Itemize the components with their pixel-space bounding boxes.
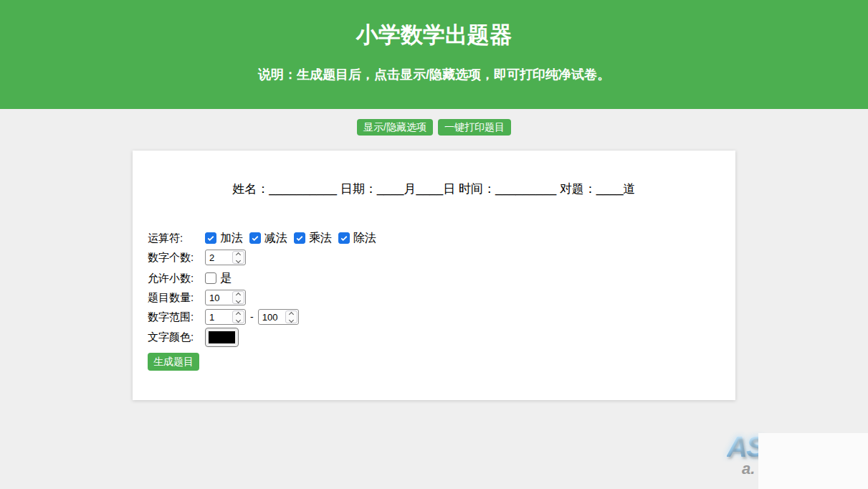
text-color-label: 文字颜色: [148,331,205,344]
spinner-up-icon[interactable] [289,311,294,316]
addition-checkbox[interactable] [205,232,216,244]
spinner-up-icon[interactable] [236,252,241,257]
subtraction-checkbox[interactable] [249,232,261,244]
digit-count-spinner[interactable] [232,251,244,264]
spinner-down-icon[interactable] [236,257,241,262]
subtraction-label: 减法 [264,231,287,246]
allow-decimal-option: 是 [205,271,232,286]
addition-label: 加法 [220,231,243,246]
multiplication-label: 乘法 [309,231,332,246]
check-icon [295,234,304,242]
allow-decimal-checkbox[interactable] [205,272,216,284]
range-min-value: 1 [206,312,232,323]
division-label: 除法 [353,231,376,246]
allow-decimal-label: 允许小数: [148,272,205,285]
question-count-spinner[interactable] [232,291,244,304]
watermark-sub-text: a. [742,460,755,478]
operators-label: 运算符: [148,232,205,245]
range-max-input[interactable]: 100 [258,309,299,325]
exam-header-line: 姓名：__________ 日期：____月____日 时间：_________… [133,151,735,197]
operator-multiplication: 乘法 [294,231,332,246]
multiplication-checkbox[interactable] [294,232,305,244]
spinner-down-icon[interactable] [236,298,241,303]
range-separator: - [250,311,254,323]
spinner-up-icon[interactable] [236,292,241,297]
range-max-value: 100 [259,312,285,323]
question-count-label: 题目数量: [148,291,205,305]
generate-button[interactable]: 生成题目 [148,353,199,371]
page-header: 小学数学出题器 说明：生成题目后，点击显示/隐藏选项，即可打印纯净试卷。 [0,0,868,109]
allow-decimal-row: 允许小数: 是 [148,271,735,285]
digit-count-label: 数字个数: [148,251,205,265]
page-subtitle: 说明：生成题目后，点击显示/隐藏选项，即可打印纯净试卷。 [0,67,868,82]
check-icon [251,234,259,242]
question-count-row: 题目数量: 10 [148,290,735,305]
question-count-input[interactable]: 10 [205,290,246,305]
digit-count-value: 2 [206,252,232,263]
blank-overlay [758,433,868,489]
text-color-row: 文字颜色: [148,328,735,347]
check-icon [340,234,348,242]
toolbar: 显示/隐藏选项 一键打印题目 [0,119,868,136]
generate-row: 生成题目 [148,353,735,371]
question-count-value: 10 [206,293,232,303]
digit-count-row: 数字个数: 2 [148,250,735,265]
operator-division: 除法 [338,231,376,246]
toggle-options-button[interactable]: 显示/隐藏选项 [357,119,433,136]
division-checkbox[interactable] [338,232,350,244]
print-questions-button[interactable]: 一键打印题目 [438,119,511,136]
spinner-up-icon[interactable] [236,311,241,316]
text-color-picker[interactable] [205,328,239,347]
spinner-down-icon[interactable] [236,317,241,322]
operator-addition: 加法 [205,231,243,246]
number-range-row: 数字范围: 1 - 100 [148,309,735,325]
range-max-spinner[interactable] [285,310,297,323]
operators-row: 运算符: 加法 减法 乘法 除法 [148,231,735,245]
check-icon [206,234,215,242]
color-swatch [209,331,235,343]
spinner-down-icon[interactable] [289,317,294,322]
page-title: 小学数学出题器 [0,0,868,48]
operators-group: 加法 减法 乘法 除法 [205,231,376,246]
operator-subtraction: 减法 [249,231,287,246]
allow-decimal-option-label: 是 [220,271,232,286]
range-min-spinner[interactable] [232,310,244,323]
range-min-input[interactable]: 1 [205,309,246,325]
options-card: 姓名：__________ 日期：____月____日 时间：_________… [133,151,735,400]
options-form: 运算符: 加法 减法 乘法 除法 [148,231,735,371]
number-range-label: 数字范围: [148,310,205,324]
digit-count-input[interactable]: 2 [205,250,246,265]
